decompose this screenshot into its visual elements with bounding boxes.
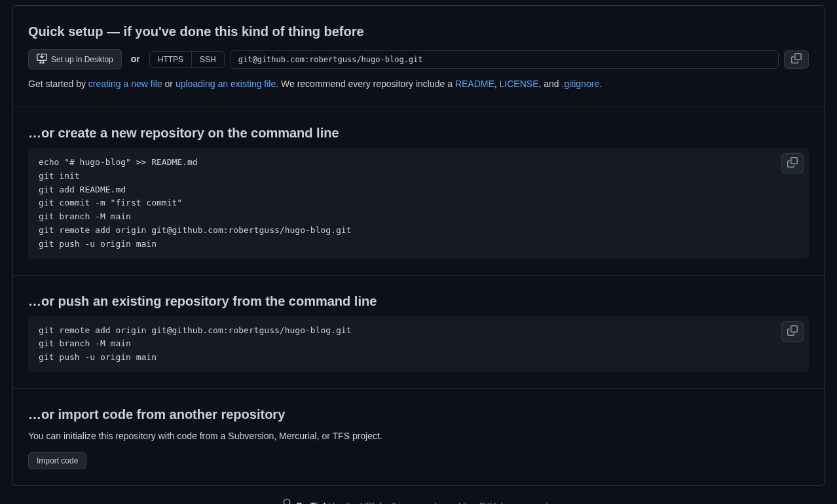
quick-setup-heading: Quick setup — if you've done this kind o… bbox=[28, 22, 809, 41]
import-repo-heading: …or import code from another repository bbox=[28, 405, 809, 424]
import-repo-section: …or import code from another repository … bbox=[12, 389, 825, 485]
quick-setup-row: Set up in Desktop or HTTPS SSH bbox=[28, 49, 809, 69]
import-repo-description: You can initialize this repository with … bbox=[28, 429, 809, 443]
readme-link[interactable]: README bbox=[455, 79, 494, 89]
clone-url-input[interactable] bbox=[230, 50, 779, 69]
protip: ProTip! Use the URL for this page when a… bbox=[12, 499, 825, 504]
protip-label: ProTip! bbox=[296, 501, 326, 504]
lightbulb-icon bbox=[282, 499, 292, 504]
protocol-toggle: HTTPS SSH bbox=[149, 51, 225, 68]
create-repo-code-container: echo "# hugo-blog" >> README.md git init… bbox=[28, 148, 809, 259]
import-code-button[interactable]: Import code bbox=[28, 452, 86, 469]
or-label: or bbox=[127, 52, 144, 66]
upload-file-link[interactable]: uploading an existing file bbox=[176, 79, 276, 89]
get-started-text: Get started by creating a new file or up… bbox=[28, 77, 809, 91]
push-repo-section: …or push an existing repository from the… bbox=[12, 276, 825, 389]
clipboard-icon bbox=[791, 53, 802, 65]
copy-create-commands-button[interactable] bbox=[781, 153, 804, 173]
ssh-button[interactable]: SSH bbox=[192, 51, 225, 68]
gitignore-link[interactable]: .gitignore bbox=[562, 79, 600, 89]
https-button[interactable]: HTTPS bbox=[149, 51, 192, 68]
push-repo-commands[interactable]: git remote add origin git@github.com:rob… bbox=[28, 316, 809, 372]
clipboard-icon bbox=[787, 157, 798, 170]
copy-push-commands-button[interactable] bbox=[781, 321, 804, 342]
clipboard-icon bbox=[787, 325, 798, 338]
push-repo-heading: …or push an existing repository from the… bbox=[28, 291, 809, 311]
push-repo-code-container: git remote add origin git@github.com:rob… bbox=[28, 316, 809, 372]
quick-setup-box: Quick setup — if you've done this kind o… bbox=[12, 5, 825, 486]
quick-setup-section: Quick setup — if you've done this kind o… bbox=[12, 6, 825, 107]
import-code-label: Import code bbox=[37, 456, 78, 465]
create-repo-heading: …or create a new repository on the comma… bbox=[28, 123, 809, 143]
copy-url-button[interactable] bbox=[784, 50, 809, 69]
create-repo-section: …or create a new repository on the comma… bbox=[12, 107, 825, 276]
setup-desktop-label: Set up in Desktop bbox=[51, 55, 113, 64]
desktop-download-icon bbox=[37, 53, 47, 65]
license-link[interactable]: LICENSE bbox=[500, 79, 539, 89]
protip-text: Use the URL for this page when adding Gi… bbox=[326, 501, 555, 504]
setup-desktop-button[interactable]: Set up in Desktop bbox=[28, 49, 122, 69]
create-file-link[interactable]: creating a new file bbox=[88, 79, 162, 89]
create-repo-commands[interactable]: echo "# hugo-blog" >> README.md git init… bbox=[28, 148, 809, 259]
